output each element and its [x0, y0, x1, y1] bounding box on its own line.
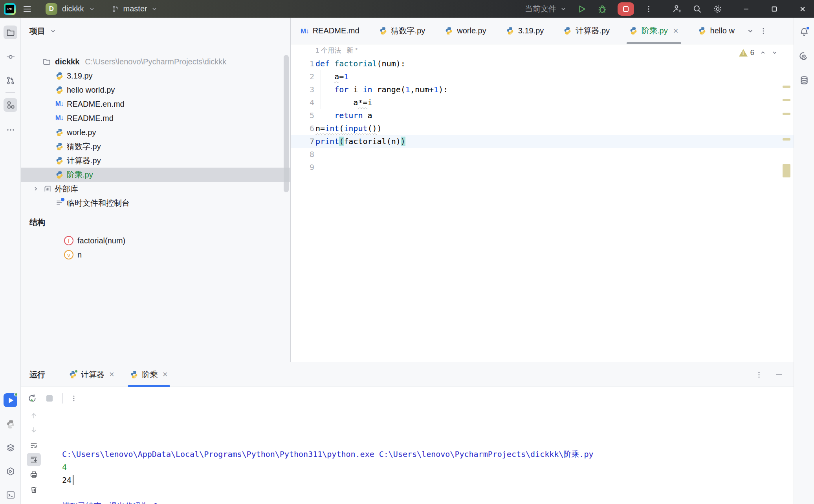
- code-line-6[interactable]: n=int(input()): [291, 122, 794, 135]
- tab-label: 3.19.py: [518, 26, 544, 35]
- editor-tab-3.19.py[interactable]: 3.19.py: [496, 18, 554, 44]
- editor-tab-猜数字.py[interactable]: 猜数字.py: [369, 18, 435, 44]
- services-tool-button[interactable]: [4, 441, 17, 455]
- python-console-tool-button[interactable]: [4, 417, 17, 431]
- line-number[interactable]: 3: [291, 83, 314, 96]
- print-button[interactable]: [27, 468, 41, 481]
- maximize-window-button[interactable]: [765, 0, 783, 18]
- code-line-1[interactable]: def factorial(num):: [291, 57, 794, 70]
- editor-tab-hello w[interactable]: hello w: [688, 18, 744, 44]
- structure-item-n[interactable]: vn: [21, 248, 291, 262]
- inspection-widget[interactable]: 6: [739, 48, 778, 57]
- code-line-7[interactable]: print(factorial(n)): [291, 135, 794, 148]
- code-line-5[interactable]: return a: [291, 109, 794, 122]
- project-file-3.19.py[interactable]: 3.19.py: [21, 69, 290, 83]
- code-line-9[interactable]: [291, 161, 794, 174]
- line-number[interactable]: 4: [291, 96, 314, 109]
- run-tab-阶乘[interactable]: 阶乘×: [122, 362, 176, 387]
- project-file-猜数字.py[interactable]: 猜数字.py: [21, 139, 290, 153]
- project-file-计算器.py[interactable]: 计算器.py: [21, 153, 290, 168]
- database-button[interactable]: [797, 73, 811, 88]
- soft-wrap-button[interactable]: [27, 439, 41, 452]
- project-tool-button[interactable]: [4, 26, 17, 39]
- notifications-button[interactable]: [797, 25, 811, 39]
- hide-panel-button[interactable]: [775, 371, 783, 379]
- project-avatar: D: [46, 3, 57, 15]
- warning-stripe-mark[interactable]: [783, 164, 790, 177]
- scroll-to-end-button[interactable]: [27, 453, 41, 466]
- minimize-window-button[interactable]: [737, 0, 755, 18]
- close-window-button[interactable]: [794, 0, 812, 18]
- code-with-me-button[interactable]: [672, 0, 682, 18]
- more-actions-button[interactable]: [644, 0, 653, 18]
- pull-requests-tool-button[interactable]: [4, 73, 17, 87]
- run-tool-button[interactable]: [4, 393, 17, 407]
- search-everywhere-button[interactable]: [692, 0, 702, 18]
- main-menu-button[interactable]: [16, 0, 38, 18]
- stop-console-button[interactable]: [45, 394, 54, 403]
- more-tool-windows-button[interactable]: [4, 123, 17, 137]
- line-number[interactable]: 8: [291, 148, 314, 161]
- line-number[interactable]: 9: [291, 161, 314, 174]
- code-line-2[interactable]: a=1: [291, 70, 794, 83]
- rerun-button[interactable]: [27, 393, 37, 404]
- warning-stripe-mark[interactable]: [783, 86, 790, 88]
- chevron-up-icon[interactable]: [760, 49, 766, 56]
- tab-options-button[interactable]: [759, 18, 767, 44]
- project-file-README.md[interactable]: M↓README.md: [21, 111, 290, 125]
- editor-gutter[interactable]: 123456789: [291, 57, 314, 174]
- run-options-button[interactable]: [755, 371, 763, 379]
- down-stacktrace-button[interactable]: [27, 423, 41, 436]
- structure-tool-button[interactable]: [4, 98, 17, 112]
- line-number[interactable]: 2: [291, 70, 314, 83]
- clear-console-button[interactable]: [27, 483, 41, 497]
- code-line-4[interactable]: a*=i: [291, 96, 794, 109]
- project-file-hello world.py[interactable]: hello world.py: [21, 83, 290, 97]
- code-line-3[interactable]: for i in range(1,num+1):: [291, 83, 794, 96]
- run-config-selector[interactable]: 当前文件: [525, 4, 566, 14]
- editor-tab-worle.py[interactable]: worle.py: [435, 18, 496, 44]
- tab-list-dropdown-button[interactable]: [747, 18, 754, 44]
- printer-icon: [29, 470, 38, 479]
- vcs-branch-widget[interactable]: master: [111, 4, 158, 13]
- code-lines[interactable]: def factorial(num): a=1 for i in range(1…: [291, 57, 794, 174]
- stop-button[interactable]: [618, 2, 634, 16]
- scratches-row[interactable]: 临时文件和控制台: [21, 196, 290, 210]
- editor-tab-计算器.py[interactable]: 计算器.py: [554, 18, 620, 44]
- project-file-README.en.md[interactable]: M↓README.en.md: [21, 97, 290, 111]
- chevron-down-icon[interactable]: [772, 49, 778, 56]
- ai-assistant-button[interactable]: [797, 49, 811, 63]
- project-widget[interactable]: D dickkk: [46, 3, 95, 15]
- up-stacktrace-button[interactable]: [27, 409, 41, 422]
- commit-tool-button[interactable]: [4, 50, 17, 64]
- tab-close-icon[interactable]: ×: [109, 369, 114, 380]
- terminal-tool-button[interactable]: [4, 488, 17, 502]
- warning-stripe-mark[interactable]: [783, 99, 790, 101]
- warning-stripe-mark[interactable]: [783, 113, 790, 115]
- line-number[interactable]: 5: [291, 109, 314, 122]
- line-number[interactable]: 6: [291, 122, 314, 135]
- code-editor[interactable]: 1 个用法 新 * def factorial(num): a=1 for i …: [291, 44, 794, 362]
- project-panel-header[interactable]: 项目: [21, 18, 290, 44]
- run-tab-计算器[interactable]: 计算器×: [61, 362, 122, 387]
- file-name: hello world.py: [67, 86, 115, 95]
- console-output[interactable]: C:\Users\lenovo\AppData\Local\Programs\P…: [62, 409, 790, 503]
- run-button[interactable]: [577, 0, 587, 18]
- python-packages-tool-button[interactable]: [4, 464, 17, 478]
- project-scrollbar[interactable]: [284, 55, 289, 192]
- line-number[interactable]: 7: [291, 135, 314, 148]
- project-file-阶乘.py[interactable]: 阶乘.py: [21, 168, 290, 182]
- line-number[interactable]: 1: [291, 57, 314, 70]
- warning-stripe-mark[interactable]: [783, 138, 790, 141]
- debug-button[interactable]: [597, 0, 607, 18]
- tab-close-icon[interactable]: ×: [673, 26, 678, 36]
- inlay-hints[interactable]: 1 个用法 新 *: [315, 46, 358, 55]
- tab-close-icon[interactable]: ×: [163, 369, 168, 380]
- project-file-worle.py[interactable]: worle.py: [21, 125, 290, 139]
- console-more-button[interactable]: [70, 394, 78, 402]
- structure-item-factorial(num)[interactable]: ffactorial(num): [21, 234, 291, 248]
- code-line-8[interactable]: [291, 148, 794, 161]
- editor-tab-阶乘.py[interactable]: 阶乘.py×: [620, 18, 688, 44]
- editor-tab-README.md[interactable]: M↓README.md: [291, 18, 369, 44]
- settings-button[interactable]: [713, 0, 723, 18]
